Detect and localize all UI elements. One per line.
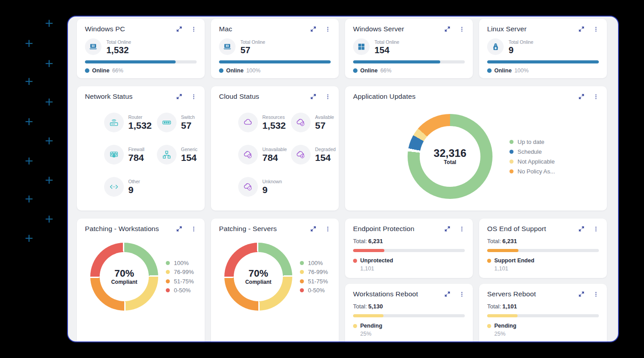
menu-button[interactable] (325, 226, 331, 232)
expand-button[interactable] (444, 226, 450, 232)
menu-button[interactable] (325, 26, 331, 32)
expand-button[interactable] (310, 93, 316, 100)
expand-button[interactable] (310, 26, 316, 32)
network-item-firewall: Firewall 784 (104, 145, 157, 164)
metric-value: 154 (375, 46, 399, 55)
cloud-icon (238, 113, 258, 132)
menu-button[interactable] (191, 26, 197, 32)
dashboard-panel: Windows PC Total Online 1,532 Online (67, 16, 619, 342)
progress-track (353, 249, 465, 252)
legend-label: Not Applicable (518, 158, 555, 165)
legend-label: Unprotected (360, 257, 393, 264)
progress-fill (487, 249, 518, 252)
network-item-generic: Generic 154 (157, 145, 205, 164)
kebab-icon (191, 26, 197, 32)
item-value: 154 (315, 153, 336, 163)
legend-item: 51-75% (166, 278, 194, 285)
expand-icon (310, 26, 316, 32)
windows-logo-icon (353, 38, 370, 55)
menu-button[interactable] (459, 291, 465, 297)
legend-item: 76-99% (166, 269, 194, 275)
menu-button[interactable] (325, 94, 331, 100)
expand-button[interactable] (578, 26, 585, 32)
menu-button[interactable] (459, 226, 465, 232)
switch-icon (157, 113, 177, 132)
total-line: Total:6,231 (353, 238, 465, 244)
expand-icon (176, 93, 182, 100)
item-value: 57 (181, 121, 195, 131)
kebab-icon (325, 94, 331, 100)
expand-button[interactable] (578, 226, 585, 232)
card-title: Patching - Servers (219, 225, 310, 233)
metric-label: Total Online (375, 39, 399, 45)
plus-icon: + (25, 36, 34, 51)
menu-button[interactable] (593, 94, 599, 100)
menu-button[interactable] (191, 226, 197, 232)
cloud-unknown-icon (238, 177, 258, 197)
metric-label: Total Online (106, 39, 131, 45)
kebab-icon (325, 226, 331, 232)
card-title: Servers Reboot (487, 290, 578, 298)
kebab-icon (593, 26, 599, 32)
plus-icon: + (25, 114, 34, 129)
legend-label: 100% (308, 260, 323, 266)
network-item-switch: Switch 57 (157, 113, 205, 132)
legend-item: 51-75% (300, 278, 328, 285)
metric-value: 9 (509, 46, 533, 55)
kebab-icon (593, 94, 599, 100)
expand-button[interactable] (310, 226, 316, 232)
kebab-icon (191, 94, 197, 100)
total-value: 5,130 (368, 303, 383, 310)
expand-button[interactable] (176, 226, 182, 232)
plus-icon: + (45, 56, 54, 71)
legend-value: 1,101 (494, 265, 599, 272)
progress-fill (219, 60, 331, 63)
status-row: Online 66% (85, 67, 197, 74)
cloud-available-icon (291, 113, 311, 132)
donut-center-label: Compliant (245, 279, 272, 285)
status-label: Online (494, 67, 512, 74)
menu-button[interactable] (191, 94, 197, 100)
total-label: Total: (487, 238, 501, 244)
card-cloud-status: Cloud Status Resources 1,532 (211, 86, 339, 211)
legend-item: Pending (487, 323, 599, 329)
donut-center-value: 70% (114, 268, 134, 279)
menu-button[interactable] (593, 226, 599, 232)
kebab-icon (593, 226, 599, 232)
card-title: Endpoint Protection (353, 225, 444, 233)
expand-button[interactable] (176, 26, 182, 32)
status-label: Online (226, 67, 244, 74)
status-row: Online 100% (219, 67, 331, 74)
expand-button[interactable] (578, 291, 585, 297)
card-network-status: Network Status Router 1,532 (77, 86, 205, 211)
legend-item: 100% (166, 260, 194, 266)
menu-button[interactable] (459, 26, 465, 32)
progress-track (487, 60, 599, 63)
total-value: 6,231 (502, 238, 517, 244)
item-label: Switch (181, 114, 195, 120)
card-workstations-reboot: Workstations Reboot Total:5,130 Pending … (345, 284, 473, 342)
legend-item: Support Ended (487, 257, 599, 264)
application-updates-donut: 32,316 Total (408, 114, 492, 199)
metric-value: 1,532 (106, 46, 131, 55)
expand-button[interactable] (444, 26, 450, 32)
expand-button[interactable] (444, 291, 450, 297)
legend-label: 0-50% (174, 287, 191, 294)
legend-label: Pending (494, 323, 516, 329)
item-label: Generic (181, 147, 198, 152)
kebab-icon (459, 226, 465, 232)
plus-icon: + (25, 192, 34, 206)
expand-icon (176, 226, 182, 232)
legend-item: Up to date (509, 139, 555, 145)
card-patching-servers: Patching - Servers 70% Compliant 100% 76… (211, 219, 339, 342)
expand-button[interactable] (578, 93, 585, 100)
expand-icon (444, 291, 450, 297)
legend-label: 76-99% (308, 269, 328, 275)
progress-fill (487, 314, 518, 317)
menu-button[interactable] (593, 26, 599, 32)
legend-item: Unprotected (353, 257, 465, 264)
menu-button[interactable] (593, 291, 599, 297)
total-line: Total:1,101 (487, 303, 599, 310)
expand-button[interactable] (176, 93, 182, 100)
total-line: Total:5,130 (353, 303, 465, 310)
